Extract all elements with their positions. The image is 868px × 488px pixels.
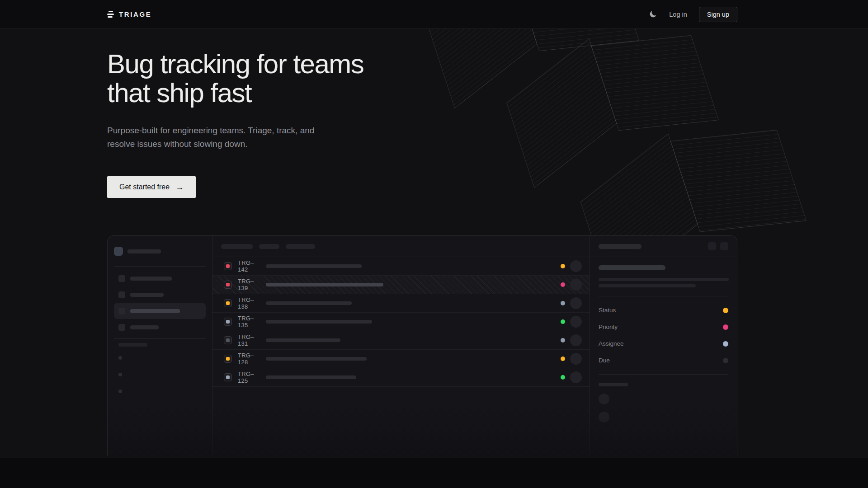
mockup-detail-header bbox=[590, 236, 737, 257]
arrow-right-icon: → bbox=[175, 183, 184, 191]
assignee-avatar bbox=[570, 260, 582, 272]
sidebar-nav-item bbox=[114, 303, 206, 319]
panel-action-icon bbox=[708, 242, 716, 250]
skeleton-bar bbox=[118, 343, 147, 347]
nav-item-icon bbox=[118, 275, 125, 282]
signup-button[interactable]: Sign up bbox=[699, 7, 737, 22]
divider bbox=[599, 374, 728, 375]
issue-status-icon bbox=[224, 281, 232, 289]
hero-subtitle: Purpose-built for engineering teams. Tri… bbox=[107, 124, 320, 151]
mockup-sidebar bbox=[108, 236, 212, 456]
skeleton-bar bbox=[599, 265, 665, 270]
priority-dot bbox=[561, 338, 565, 343]
priority-dot bbox=[561, 375, 565, 380]
issue-id: TRG–125 bbox=[238, 371, 262, 384]
skeleton-bar bbox=[130, 293, 164, 297]
issue-id: TRG–135 bbox=[238, 315, 262, 328]
priority-dot bbox=[561, 264, 565, 268]
mockup-issue-list: TRG–142 TRG–139 TRG–138 TRG–135 TRG– bbox=[212, 236, 590, 456]
issue-id: TRG–142 bbox=[238, 259, 262, 273]
brand-logo[interactable]: TRIAGE bbox=[107, 10, 151, 18]
field-label: Priority bbox=[599, 324, 618, 330]
issue-id: TRG–138 bbox=[238, 296, 262, 310]
priority-dot bbox=[561, 282, 565, 287]
issue-status-icon bbox=[224, 299, 232, 307]
priority-dot bbox=[561, 357, 565, 361]
issue-status-icon bbox=[224, 373, 232, 381]
get-started-button[interactable]: Get started free → bbox=[107, 176, 196, 198]
assignee-avatar bbox=[570, 353, 582, 365]
assignee-avatar bbox=[570, 371, 582, 383]
field-label: Status bbox=[599, 307, 616, 314]
mockup-sidebar-dots bbox=[118, 356, 206, 393]
detail-field-row: Status bbox=[599, 302, 728, 319]
field-value-dot bbox=[723, 308, 728, 313]
issue-row: TRG–135 bbox=[212, 313, 590, 331]
moon-icon bbox=[649, 10, 657, 19]
issue-id: TRG–131 bbox=[238, 333, 262, 347]
theme-toggle-button[interactable] bbox=[649, 10, 657, 19]
divider bbox=[114, 338, 206, 339]
field-label: Assignee bbox=[599, 340, 624, 347]
comment-avatar bbox=[599, 412, 609, 422]
brand-name: TRIAGE bbox=[119, 10, 151, 18]
sidebar-nav-item bbox=[114, 319, 206, 335]
assignee-avatar bbox=[570, 297, 582, 309]
triage-logo-icon bbox=[107, 11, 114, 18]
assignee-avatar bbox=[570, 279, 582, 291]
skeleton-bar bbox=[266, 357, 367, 361]
field-label: Due bbox=[599, 357, 610, 364]
mockup-detail-panel: Status Priority Assignee Due bbox=[590, 236, 737, 456]
skeleton-bar bbox=[599, 244, 642, 249]
issue-row: TRG–128 bbox=[212, 350, 590, 368]
skeleton-bar bbox=[266, 375, 356, 379]
detail-field-row: Assignee bbox=[599, 335, 728, 352]
header-pill bbox=[221, 244, 253, 249]
divider bbox=[114, 266, 206, 267]
hero-section: Bug tracking for teams that ship fast Pu… bbox=[107, 50, 737, 456]
skeleton-line bbox=[599, 284, 696, 287]
divider bbox=[599, 296, 728, 296]
login-link[interactable]: Log in bbox=[669, 11, 687, 18]
page-title: Bug tracking for teams that ship fast bbox=[107, 50, 737, 108]
mockup-list-header bbox=[212, 236, 590, 257]
issue-status-icon bbox=[224, 355, 232, 363]
mockup-workspace-switcher bbox=[114, 247, 206, 256]
page-footer bbox=[0, 458, 868, 488]
issue-row: TRG–142 bbox=[212, 257, 590, 276]
panel-action-icon bbox=[720, 242, 728, 250]
issue-status-icon bbox=[224, 262, 232, 270]
skeleton-line bbox=[599, 278, 729, 281]
comment-avatar bbox=[599, 394, 609, 404]
detail-field-row: Due bbox=[599, 352, 728, 369]
field-value-dot bbox=[723, 358, 728, 363]
mockup-detail-fields: Status Priority Assignee Due bbox=[599, 302, 728, 369]
priority-dot bbox=[561, 301, 565, 305]
issue-row: TRG–138 bbox=[212, 294, 590, 313]
skeleton-bar bbox=[130, 277, 172, 281]
sidebar-dot bbox=[118, 389, 122, 393]
mockup-sidebar-nav bbox=[114, 270, 206, 335]
field-value-dot bbox=[723, 324, 728, 330]
nav-item-icon bbox=[118, 308, 125, 314]
skeleton-bar bbox=[266, 264, 362, 268]
sidebar-dot bbox=[118, 356, 122, 360]
priority-dot bbox=[561, 319, 565, 324]
header-pill bbox=[259, 244, 279, 249]
sidebar-dot bbox=[118, 373, 122, 376]
issue-status-icon bbox=[224, 318, 232, 326]
field-value-dot bbox=[723, 341, 728, 347]
sidebar-nav-item bbox=[114, 270, 206, 286]
skeleton-bar bbox=[127, 249, 161, 253]
skeleton-bar bbox=[266, 320, 372, 324]
issue-id: TRG–128 bbox=[238, 352, 262, 366]
assignee-avatar bbox=[570, 316, 582, 328]
issue-row: TRG–125 bbox=[212, 368, 590, 387]
workspace-avatar bbox=[114, 247, 123, 256]
skeleton-bar bbox=[130, 309, 180, 313]
detail-field-row: Priority bbox=[599, 319, 728, 335]
issue-row: TRG–131 bbox=[212, 331, 590, 350]
sidebar-nav-item bbox=[114, 286, 206, 303]
navbar: TRIAGE Log in Sign up bbox=[0, 0, 868, 29]
skeleton-bar bbox=[266, 338, 340, 342]
